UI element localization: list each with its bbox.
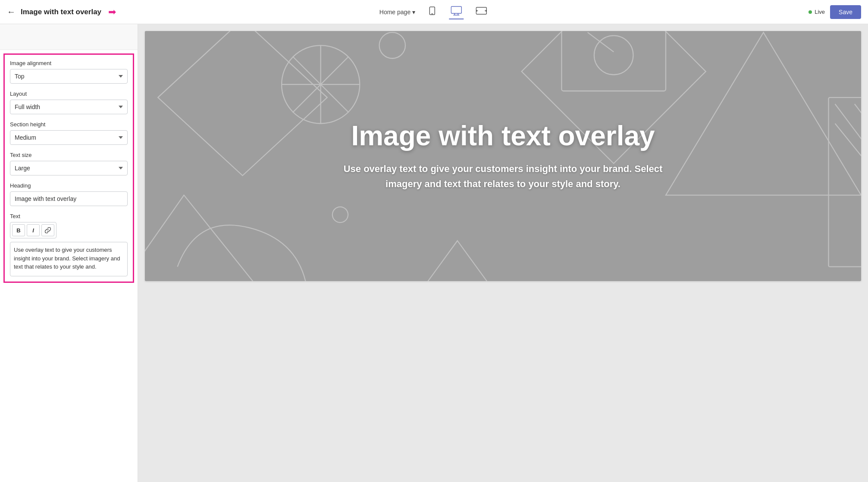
preview-card: Image with text overlay Use overlay text… <box>145 31 861 281</box>
hero-subtext: Use overlay text to give your customers … <box>335 161 671 191</box>
italic-button[interactable]: I <box>27 224 40 236</box>
page-chevron-icon: ▾ <box>412 9 415 16</box>
svg-marker-12 <box>145 195 288 281</box>
sidebar-top-strip <box>0 24 138 50</box>
svg-line-20 <box>588 32 614 52</box>
section-height-group: Section height Small Medium Large <box>10 121 128 145</box>
settings-panel: Image alignment Top Center Bottom Layout… <box>3 53 134 283</box>
header-right: Live Save <box>808 5 861 19</box>
svg-rect-25 <box>829 97 862 267</box>
layout-select[interactable]: Full width Contained <box>10 100 128 114</box>
hero-section: Image with text overlay Use overlay text… <box>145 31 861 281</box>
text-label: Text <box>10 213 128 219</box>
canvas-inner: Image with text overlay Use overlay text… <box>138 24 868 482</box>
svg-rect-17 <box>561 31 666 91</box>
canvas-area: Image with text overlay Use overlay text… <box>138 24 868 482</box>
image-alignment-select[interactable]: Top Center Bottom <box>10 69 128 84</box>
heading-group: Heading <box>10 182 128 206</box>
app-header: ← Image with text overlay ➡ Home page ▾ <box>0 0 868 24</box>
bold-button[interactable]: B <box>12 224 25 236</box>
svg-marker-29 <box>405 241 510 281</box>
text-size-select[interactable]: Small Medium Large <box>10 161 128 175</box>
svg-line-27 <box>855 104 861 241</box>
text-content[interactable]: Use overlay text to give your customers … <box>10 242 128 276</box>
svg-line-28 <box>835 124 861 260</box>
text-toolbar: B I <box>10 222 56 238</box>
page-title: Image with text overlay <box>21 8 101 16</box>
svg-line-26 <box>835 104 861 260</box>
save-button[interactable]: Save <box>830 5 861 19</box>
view-switcher: Home page ▾ <box>379 4 489 19</box>
link-button[interactable] <box>41 224 54 236</box>
desktop-view-icon[interactable] <box>449 4 464 19</box>
sidebar: Image alignment Top Center Bottom Layout… <box>0 24 138 482</box>
layout-group: Layout Full width Contained <box>10 91 128 114</box>
pink-arrow-icon: ➡ <box>108 6 116 18</box>
heading-input[interactable] <box>10 191 128 206</box>
text-size-label: Text size <box>10 152 128 158</box>
svg-point-13 <box>379 32 405 58</box>
section-height-select[interactable]: Small Medium Large <box>10 130 128 145</box>
image-alignment-group: Image alignment Top Center Bottom <box>10 60 128 84</box>
page-label: Home page <box>379 9 410 16</box>
svg-rect-2 <box>451 6 461 13</box>
back-button[interactable]: ← <box>7 7 16 17</box>
text-size-group: Text size Small Medium Large <box>10 152 128 175</box>
mobile-view-icon[interactable] <box>426 4 439 19</box>
live-dot <box>808 10 812 14</box>
hero-heading: Image with text overlay <box>335 121 671 151</box>
svg-point-21 <box>594 36 633 75</box>
live-label: Live <box>815 9 825 15</box>
main-layout: Image alignment Top Center Bottom Layout… <box>0 24 868 482</box>
live-indicator: Live <box>808 9 825 15</box>
page-selector[interactable]: Home page ▾ <box>379 9 415 16</box>
svg-point-14 <box>332 207 348 222</box>
wide-view-icon[interactable] <box>474 4 489 19</box>
heading-label: Heading <box>10 182 128 189</box>
section-height-label: Section height <box>10 121 128 128</box>
hero-text-overlay: Image with text overlay Use overlay text… <box>309 121 697 192</box>
image-alignment-label: Image alignment <box>10 60 128 66</box>
layout-label: Layout <box>10 91 128 97</box>
text-group: Text B I Use overlay text to give your c… <box>10 213 128 276</box>
